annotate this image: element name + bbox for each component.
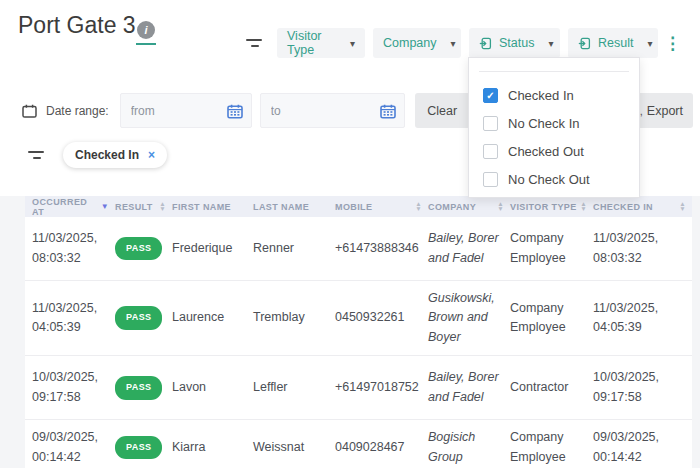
visitor-log-page: Port Gate 3 i Visitor Type ▾ Company ▾ S… (0, 0, 700, 468)
checkbox-icon[interactable] (483, 144, 498, 159)
column-header[interactable]: RESULT▲▼ (115, 202, 172, 212)
result-badge: PASS (115, 237, 162, 261)
cell-company: Bogisich Group (428, 420, 510, 468)
checkbox-icon[interactable] (483, 172, 498, 187)
status-filter[interactable]: Status ▾ (469, 28, 560, 58)
cell-result: PASS (115, 428, 172, 468)
result-filter-label: Result (598, 36, 633, 50)
chevron-down-icon: ▾ (540, 38, 553, 49)
active-filters-row: Checked In × (28, 142, 167, 168)
status-dropdown-panel: ✓Checked InNo Check InChecked OutNo Chec… (468, 57, 640, 198)
cell-last-name: Renner (253, 231, 335, 266)
status-option[interactable]: No Check In (483, 109, 639, 137)
chevron-down-icon: ▾ (342, 38, 355, 49)
status-option-label: No Check In (508, 116, 580, 131)
cell-mobile: +61497018752 (335, 370, 428, 405)
checkbox-checked-icon[interactable]: ✓ (483, 88, 498, 103)
visitor-type-filter[interactable]: Visitor Type ▾ (277, 28, 365, 58)
status-option[interactable]: ✓Checked In (483, 81, 639, 109)
cell-result: PASS (115, 298, 172, 338)
info-glyph: i (144, 24, 147, 36)
cell-first-name: Kiarra (172, 430, 253, 465)
cell-occurred-at: 10/03/2025, 09:17:58 (25, 360, 115, 415)
cell-company: Bailey, Borer and Fadel (428, 360, 510, 415)
column-header[interactable]: LAST NAME (253, 202, 335, 212)
page-title: Port Gate 3 (18, 12, 136, 39)
sort-toggle-icon[interactable]: ▲▼ (580, 202, 587, 211)
date-range-row: Date range: Clear (22, 93, 470, 128)
cell-company: Gusikowski, Brown and Boyer (428, 281, 510, 355)
column-header-label: RESULT (115, 202, 153, 212)
company-filter[interactable]: Company ▾ (373, 28, 461, 58)
cell-checked-in: 11/03/2025, 08:03:32 (593, 221, 692, 276)
column-header[interactable]: COMPANY▲▼ (428, 202, 510, 212)
column-header-label: VISITOR TYPE (510, 202, 577, 212)
result-badge: PASS (115, 436, 162, 460)
cell-mobile: 0450932261 (335, 300, 428, 335)
table-zone: OCCURRED AT▼RESULT▲▼FIRST NAMELAST NAMEM… (0, 196, 700, 468)
sort-toggle-icon[interactable]: ▲▼ (497, 202, 504, 211)
date-from-wrap (120, 93, 252, 128)
cell-mobile: 0409028467 (335, 430, 428, 465)
export-button-label: Export (647, 104, 683, 118)
calendar-icon[interactable] (380, 104, 396, 123)
checkbox-icon[interactable] (483, 116, 498, 131)
result-badge: PASS (115, 376, 162, 400)
sort-desc-glyph: ▼ (159, 207, 166, 212)
close-icon[interactable]: × (148, 149, 155, 161)
info-icon[interactable]: i (137, 21, 155, 39)
table-header-row: OCCURRED AT▼RESULT▲▼FIRST NAMELAST NAMEM… (25, 196, 692, 217)
cell-checked-in: 09/03/2025, 00:14:42 (593, 420, 692, 468)
table-row[interactable]: 11/03/2025, 04:05:39PASSLaurenceTremblay… (25, 281, 692, 356)
sort-desc-glyph: ▼ (415, 207, 422, 212)
cell-first-name: Lavon (172, 370, 253, 405)
kebab-menu-icon[interactable]: ⋮ (664, 35, 681, 52)
sort-toggle-icon[interactable]: ▲▼ (159, 202, 166, 211)
company-filter-label: Company (383, 36, 437, 50)
column-header-label: MOBILE (335, 202, 372, 212)
column-header[interactable]: MOBILE▲▼ (335, 202, 428, 212)
active-filter-chip[interactable]: Checked In × (63, 142, 167, 168)
clear-button[interactable]: Clear (415, 93, 470, 128)
sort-desc-glyph: ▼ (580, 207, 587, 212)
cell-last-name: Weissnat (253, 430, 335, 465)
sort-desc-glyph: ▼ (497, 207, 504, 212)
column-header[interactable]: VISITOR TYPE▲▼ (510, 202, 593, 212)
sort-toggle-icon[interactable]: ▲▼ (415, 202, 422, 211)
sort-toggle-icon[interactable]: ▲▼ (679, 202, 686, 211)
table-row[interactable]: 11/03/2025, 08:03:32PASSFrederiqueRenner… (25, 217, 692, 281)
column-header-label: CHECKED IN (593, 202, 653, 212)
result-filter[interactable]: Result ▾ (568, 28, 658, 58)
sort-desc-icon[interactable]: ▼ (101, 202, 109, 211)
cell-occurred-at: 11/03/2025, 04:05:39 (25, 291, 115, 346)
table-row[interactable]: 09/03/2025, 00:14:42PASSKiarraWeissnat04… (25, 420, 692, 468)
date-range-label: Date range: (46, 104, 109, 118)
column-header[interactable]: OCCURRED AT▼ (25, 197, 115, 217)
filter-lines-icon (28, 151, 45, 159)
filter-lines-icon[interactable] (246, 39, 263, 47)
status-option[interactable]: Checked Out (483, 137, 639, 165)
chevron-down-icon: ▾ (639, 38, 652, 49)
chevron-down-icon: ▾ (443, 38, 456, 49)
calendar-icon[interactable] (227, 104, 243, 123)
date-to-wrap (260, 93, 405, 128)
cell-checked-in: 10/03/2025, 09:17:58 (593, 360, 692, 415)
cell-visitor-type: Company Employee (510, 221, 593, 276)
export-icon: , (640, 105, 643, 117)
cell-company: Bailey, Borer and Fadel (428, 221, 510, 276)
column-header[interactable]: CHECKED IN▲▼ (593, 202, 692, 212)
status-option-label: Checked Out (508, 144, 584, 159)
visitor-type-filter-label: Visitor Type (287, 29, 336, 57)
cell-occurred-at: 09/03/2025, 00:14:42 (25, 420, 115, 468)
column-header-label: FIRST NAME (172, 202, 231, 212)
result-badge: PASS (115, 306, 162, 330)
table-row[interactable]: 10/03/2025, 09:17:58PASSLavonLeffler+614… (25, 356, 692, 420)
column-header[interactable]: FIRST NAME (172, 202, 253, 212)
cell-visitor-type: Company Employee (510, 420, 593, 468)
cell-first-name: Frederique (172, 231, 253, 266)
cell-result: PASS (115, 229, 172, 269)
status-option[interactable]: No Check Out (483, 165, 639, 193)
filter-applied-icon (479, 37, 492, 50)
cell-visitor-type: Contractor (510, 370, 593, 405)
status-filter-label: Status (499, 36, 534, 50)
